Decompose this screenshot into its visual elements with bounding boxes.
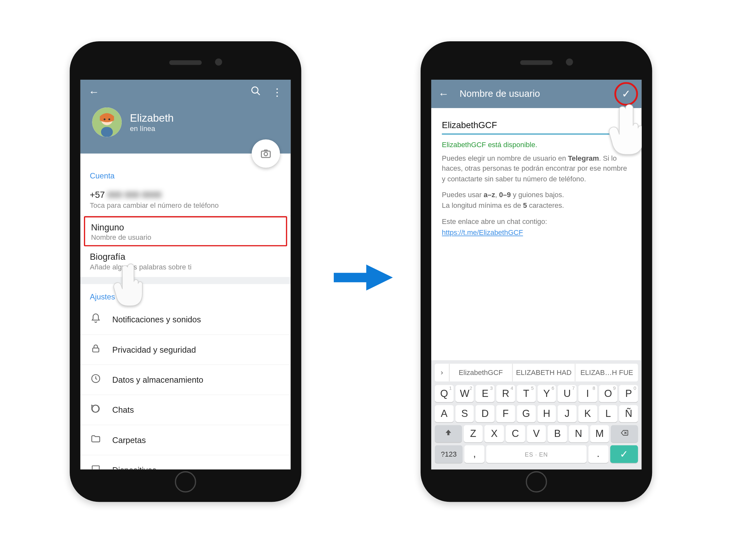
settings-row[interactable]: Privacidad y seguridad [80, 335, 291, 365]
availability-text: ElizabethGCF está disponible. [442, 141, 631, 149]
settings-row[interactable]: Chats [80, 395, 291, 425]
key-G[interactable]: G [517, 405, 536, 422]
key-space[interactable]: ES · EN [486, 445, 587, 463]
svg-rect-4 [101, 127, 113, 137]
svg-point-0 [252, 87, 258, 93]
username-header: ← Nombre de usuario ✓ [431, 80, 641, 108]
keyboard: › ElizabethGCF ELIZABETH HAD ELIZAB…H FU… [431, 360, 641, 469]
back-arrow-icon[interactable]: ← [89, 86, 99, 98]
link-intro: Este enlace abre un chat contigo: [442, 217, 631, 227]
key-Ñ[interactable]: Ñ [619, 405, 638, 422]
checkmark-icon[interactable]: ✓ [622, 87, 630, 100]
key-S[interactable]: S [455, 405, 474, 422]
key-I[interactable]: 8I [578, 385, 597, 402]
settings-label: Carpetas [112, 435, 146, 445]
key-Z[interactable]: Z [464, 425, 483, 442]
svg-rect-12 [92, 466, 99, 469]
avatar[interactable] [92, 108, 122, 137]
help-paragraph-2: Puedes usar a–z, 0–9 y guiones bajos. La… [442, 190, 631, 211]
suggestion-bar: › ElizabethGCF ELIZABETH HAD ELIZAB…H FU… [435, 364, 638, 381]
key-enter[interactable]: ✓ [610, 445, 638, 463]
settings-row[interactable]: Dispositivos [80, 455, 291, 469]
settings-row[interactable]: Datos y almacenamiento [80, 365, 291, 395]
key-K[interactable]: K [578, 405, 597, 422]
key-backspace[interactable] [611, 425, 638, 442]
settings-label: Chats [112, 405, 134, 414]
key-B[interactable]: B [548, 425, 567, 442]
key-V[interactable]: V [527, 425, 546, 442]
key-H[interactable]: H [537, 405, 556, 422]
key-D[interactable]: D [476, 405, 495, 422]
profile-name: Elizabeth [130, 112, 174, 124]
settings-row[interactable]: Carpetas [80, 425, 291, 455]
key-J[interactable]: J [558, 405, 577, 422]
bio-sublabel: Añade algunas palabras sobre ti [90, 263, 281, 271]
lock-icon [90, 343, 102, 356]
key-E[interactable]: 3E [476, 385, 495, 402]
svg-point-11 [92, 405, 99, 412]
help-paragraph-1: Puedes elegir un nombre de usuario en Te… [442, 154, 631, 184]
camera-fab[interactable] [252, 139, 280, 168]
clock-icon [90, 373, 102, 386]
key-T[interactable]: 5T [517, 385, 536, 402]
profile-status: en línea [130, 124, 174, 133]
profile-header: ← ⋮ [80, 80, 291, 154]
phone-row[interactable]: +57 000 000 0000 Toca para cambiar el nú… [80, 184, 291, 216]
suggestion-3[interactable]: ELIZAB…H FUE [576, 364, 638, 381]
svg-rect-9 [93, 348, 99, 352]
key-X[interactable]: X [485, 425, 504, 442]
username-input[interactable] [442, 118, 631, 135]
key-numbers[interactable]: ?123 [435, 445, 463, 463]
bio-row[interactable]: Biografía Añade algunas palabras sobre t… [80, 246, 291, 277]
key-N[interactable]: N [569, 425, 588, 442]
key-F[interactable]: F [496, 405, 515, 422]
svg-point-5 [104, 118, 105, 120]
laptop-icon [90, 464, 102, 469]
key-A[interactable]: A [435, 405, 454, 422]
confirm-highlight: ✓ [614, 82, 638, 106]
key-R[interactable]: 4R [496, 385, 515, 402]
settings-label: Privacidad y seguridad [112, 345, 196, 354]
transition-arrow-icon [331, 260, 396, 297]
phone-right: ← Nombre de usuario ✓ ElizabethGCF está … [421, 41, 652, 502]
suggestion-2[interactable]: ELIZABETH HAD [513, 364, 576, 381]
key-period[interactable]: . [588, 445, 608, 463]
key-W[interactable]: 2W [455, 385, 474, 402]
suggestion-1[interactable]: ElizabethGCF [450, 364, 513, 381]
bio-value: Biografía [90, 252, 281, 262]
username-sublabel: Nombre de usuario [91, 233, 280, 242]
more-icon[interactable]: ⋮ [272, 86, 282, 99]
suggestion-expand-icon[interactable]: › [435, 364, 450, 381]
settings-label: Dispositivos [112, 465, 157, 469]
back-arrow-icon[interactable]: ← [438, 88, 449, 100]
page-title: Nombre de usuario [460, 89, 540, 99]
key-M[interactable]: M [590, 425, 609, 442]
key-shift[interactable] [435, 425, 462, 442]
username-value: Ninguno [91, 222, 280, 232]
phone-left: ← ⋮ [70, 41, 301, 502]
key-P[interactable]: 0P [619, 385, 638, 402]
phone-sublabel: Toca para cambiar el número de teléfono [90, 201, 281, 210]
chat-icon [90, 403, 102, 416]
username-row[interactable]: Ninguno Nombre de usuario [84, 216, 287, 246]
svg-line-1 [257, 92, 260, 95]
section-settings: Ajustes [80, 284, 291, 304]
search-icon[interactable] [250, 86, 261, 99]
settings-row[interactable]: Notificaciones y sonidos [80, 304, 291, 334]
key-L[interactable]: L [599, 405, 618, 422]
settings-label: Datos y almacenamiento [112, 375, 203, 384]
key-Q[interactable]: 1Q [435, 385, 454, 402]
key-C[interactable]: C [506, 425, 525, 442]
bell-icon [90, 313, 102, 326]
svg-point-6 [108, 118, 110, 120]
svg-point-8 [264, 152, 268, 156]
folder-icon [90, 433, 102, 446]
key-Y[interactable]: 6Y [537, 385, 556, 402]
settings-label: Notificaciones y sonidos [112, 314, 201, 324]
key-comma[interactable]: , [465, 445, 485, 463]
key-O[interactable]: 9O [599, 385, 618, 402]
profile-link[interactable]: https://t.me/ElizabethGCF [442, 229, 523, 237]
key-U[interactable]: 7U [558, 385, 577, 402]
